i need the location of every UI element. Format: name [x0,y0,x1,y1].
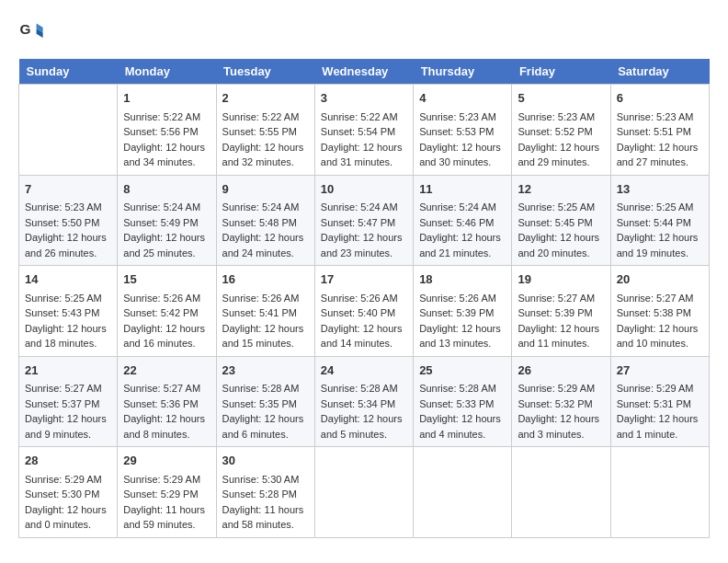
day-cell: 6Sunrise: 5:23 AMSunset: 5:51 PMDaylight… [610,85,709,176]
sunrise: Sunrise: 5:22 AM [222,111,300,122]
logo-icon: G [18,18,44,44]
week-row-4: 28Sunrise: 5:29 AMSunset: 5:30 PMDayligh… [19,447,710,538]
header-cell-monday: Monday [118,59,216,85]
sunrise: Sunrise: 5:24 AM [222,201,300,213]
day-cell: 1Sunrise: 5:22 AMSunset: 5:56 PMDaylight… [118,85,216,176]
sunrise: Sunrise: 5:29 AM [123,474,200,485]
day-number: 12 [518,180,604,199]
sunrise: Sunrise: 5:26 AM [222,293,300,304]
day-cell: 18Sunrise: 5:26 AMSunset: 5:39 PMDayligh… [414,266,512,357]
day-cell: 2Sunrise: 5:22 AMSunset: 5:55 PMDaylight… [216,85,314,176]
week-row-0: 1Sunrise: 5:22 AMSunset: 5:56 PMDaylight… [19,85,710,176]
daylight: Daylight: 12 hours and 11 minutes. [518,323,599,350]
day-cell [414,447,512,538]
daylight: Daylight: 12 hours and 3 minutes. [518,413,599,440]
sunset: Sunset: 5:52 PM [518,126,592,137]
day-cell: 7Sunrise: 5:23 AMSunset: 5:50 PMDaylight… [19,175,118,266]
daylight: Daylight: 12 hours and 13 minutes. [419,323,501,350]
day-number: 8 [123,180,210,199]
sunrise: Sunrise: 5:26 AM [321,293,398,304]
sunrise: Sunrise: 5:25 AM [518,201,595,213]
sunrise: Sunrise: 5:28 AM [222,383,300,394]
daylight: Daylight: 12 hours and 23 minutes. [321,232,403,259]
day-cell: 10Sunrise: 5:24 AMSunset: 5:47 PMDayligh… [314,175,413,266]
day-cell: 3Sunrise: 5:22 AMSunset: 5:54 PMDaylight… [314,85,413,176]
sunrise: Sunrise: 5:22 AM [123,111,200,122]
day-number: 3 [321,89,407,108]
day-number: 10 [321,180,407,199]
day-cell: 29Sunrise: 5:29 AMSunset: 5:29 PMDayligh… [118,447,216,538]
day-number: 7 [25,180,111,199]
day-cell: 23Sunrise: 5:28 AMSunset: 5:35 PMDayligh… [216,356,314,447]
day-cell: 20Sunrise: 5:27 AMSunset: 5:38 PMDayligh… [610,266,709,357]
daylight: Daylight: 12 hours and 27 minutes. [617,142,699,168]
header-row: SundayMondayTuesdayWednesdayThursdayFrid… [19,59,710,85]
page-header: G [18,18,710,44]
day-number: 27 [617,362,703,380]
sunrise: Sunrise: 5:26 AM [419,293,496,304]
sunrise: Sunrise: 5:23 AM [518,111,595,122]
sunset: Sunset: 5:53 PM [419,126,494,137]
sunrise: Sunrise: 5:25 AM [25,293,102,304]
day-number: 6 [617,89,703,108]
calendar-header: SundayMondayTuesdayWednesdayThursdayFrid… [19,59,710,85]
sunset: Sunset: 5:31 PM [617,398,691,409]
week-row-2: 14Sunrise: 5:25 AMSunset: 5:43 PMDayligh… [19,266,710,357]
day-number: 19 [518,270,604,289]
day-number: 11 [419,180,506,199]
sunrise: Sunrise: 5:29 AM [25,474,102,485]
sunset: Sunset: 5:42 PM [123,307,198,318]
day-cell [610,447,709,538]
daylight: Daylight: 12 hours and 18 minutes. [25,323,107,350]
day-cell: 25Sunrise: 5:28 AMSunset: 5:33 PMDayligh… [414,356,512,447]
day-number: 16 [222,270,309,289]
daylight: Daylight: 12 hours and 34 minutes. [123,142,205,168]
sunrise: Sunrise: 5:22 AM [321,111,398,122]
day-cell: 17Sunrise: 5:26 AMSunset: 5:40 PMDayligh… [314,266,413,357]
header-cell-thursday: Thursday [414,59,512,85]
sunrise: Sunrise: 5:28 AM [321,383,398,394]
day-cell: 13Sunrise: 5:25 AMSunset: 5:44 PMDayligh… [610,175,709,266]
sunrise: Sunrise: 5:30 AM [222,474,300,485]
day-cell [314,447,413,538]
sunset: Sunset: 5:32 PM [518,398,592,409]
day-cell: 22Sunrise: 5:27 AMSunset: 5:36 PMDayligh… [118,356,216,447]
daylight: Daylight: 12 hours and 0 minutes. [25,504,107,531]
sunset: Sunset: 5:48 PM [222,217,297,228]
day-cell: 28Sunrise: 5:29 AMSunset: 5:30 PMDayligh… [19,447,118,538]
calendar-table: SundayMondayTuesdayWednesdayThursdayFrid… [18,59,710,538]
sunset: Sunset: 5:45 PM [518,217,592,228]
sunrise: Sunrise: 5:28 AM [419,383,496,394]
daylight: Daylight: 12 hours and 1 minute. [617,413,699,440]
day-cell: 4Sunrise: 5:23 AMSunset: 5:53 PMDaylight… [414,85,512,176]
sunset: Sunset: 5:47 PM [321,217,395,228]
sunset: Sunset: 5:54 PM [321,126,395,137]
day-number: 18 [419,270,506,289]
daylight: Daylight: 12 hours and 26 minutes. [25,232,107,259]
daylight: Daylight: 11 hours and 58 minutes. [222,504,304,531]
header-cell-wednesday: Wednesday [314,59,413,85]
day-cell: 15Sunrise: 5:26 AMSunset: 5:42 PMDayligh… [118,266,216,357]
day-number: 24 [321,362,407,380]
day-number: 21 [25,362,111,380]
sunset: Sunset: 5:35 PM [222,398,297,409]
day-cell [512,447,610,538]
day-cell: 24Sunrise: 5:28 AMSunset: 5:34 PMDayligh… [314,356,413,447]
day-cell: 16Sunrise: 5:26 AMSunset: 5:41 PMDayligh… [216,266,314,357]
sunrise: Sunrise: 5:23 AM [25,201,102,213]
day-number: 13 [617,180,703,199]
header-cell-friday: Friday [512,59,610,85]
daylight: Daylight: 12 hours and 15 minutes. [222,323,304,350]
logo: G [18,18,48,44]
sunset: Sunset: 5:39 PM [518,307,592,318]
sunset: Sunset: 5:46 PM [419,217,494,228]
daylight: Daylight: 12 hours and 5 minutes. [321,413,403,440]
day-number: 30 [222,452,309,470]
day-cell: 5Sunrise: 5:23 AMSunset: 5:52 PMDaylight… [512,85,610,176]
sunset: Sunset: 5:37 PM [25,398,99,409]
day-number: 14 [25,270,111,289]
daylight: Daylight: 12 hours and 29 minutes. [518,142,599,168]
day-number: 9 [222,180,309,199]
day-cell: 21Sunrise: 5:27 AMSunset: 5:37 PMDayligh… [19,356,118,447]
day-cell: 14Sunrise: 5:25 AMSunset: 5:43 PMDayligh… [19,266,118,357]
